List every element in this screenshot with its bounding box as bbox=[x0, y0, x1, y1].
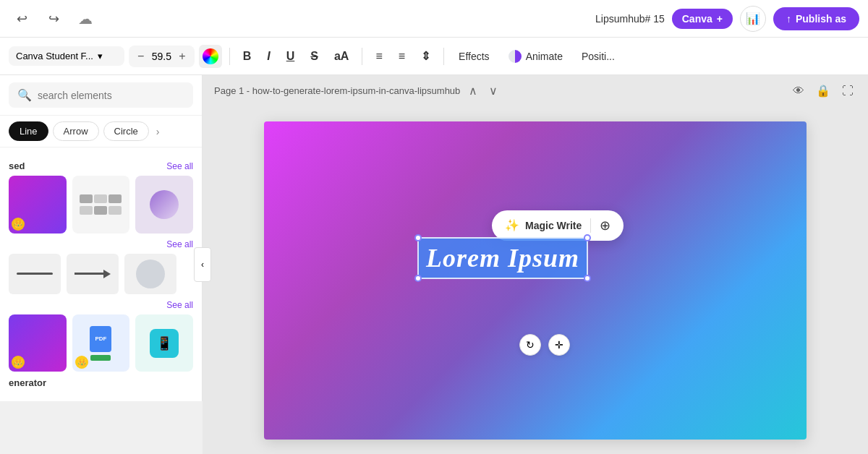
tab-line[interactable]: Line bbox=[9, 121, 48, 141]
eye-button[interactable]: 👁 bbox=[790, 82, 807, 100]
see-all-stickers[interactable]: See all bbox=[166, 300, 193, 310]
bottom-controls: ↻ ✛ bbox=[519, 334, 570, 356]
cloud-save-icon: ☁ bbox=[78, 10, 93, 27]
sticker-item-3[interactable]: 📱 bbox=[135, 314, 193, 372]
sidebar-content: sed See all 👑 bbox=[0, 147, 202, 401]
effects-label: Effects bbox=[459, 51, 490, 62]
text-selection-box[interactable]: Lorem Ipsum bbox=[417, 237, 588, 279]
device-icon: 📱 bbox=[150, 329, 179, 358]
chevron-down-icon: ∨ bbox=[489, 85, 498, 97]
expand-button[interactable]: ⛶ bbox=[839, 82, 856, 100]
bold-button[interactable]: B bbox=[237, 46, 258, 67]
animate-icon bbox=[509, 50, 522, 63]
undo-button[interactable]: ↩ bbox=[9, 6, 35, 32]
handle-top-right[interactable] bbox=[584, 234, 591, 241]
line-straight-item[interactable] bbox=[9, 254, 61, 294]
crown-badge-2: 👑 bbox=[12, 356, 25, 369]
sidebar-container: 🔍 Line Arrow Circle › sed See all bbox=[0, 75, 203, 454]
font-case-button[interactable]: aA bbox=[328, 46, 354, 67]
toolbar-separator-2 bbox=[362, 48, 362, 65]
circle-item[interactable] bbox=[124, 254, 176, 294]
redo-button[interactable]: ↪ bbox=[41, 6, 67, 32]
sticker-item-2[interactable]: PDF 👑 bbox=[72, 314, 130, 372]
section-header-lines: See all bbox=[9, 239, 193, 249]
underline-button[interactable]: U bbox=[281, 46, 301, 67]
search-input[interactable] bbox=[38, 90, 184, 101]
save-cloud-button[interactable]: ☁ bbox=[72, 6, 98, 32]
grid-item-1[interactable]: 👑 bbox=[9, 176, 67, 234]
chevron-up-icon: ∧ bbox=[469, 85, 477, 97]
position-button[interactable]: Positi... bbox=[574, 46, 622, 67]
user-name: Lipsumhub# 15 bbox=[595, 13, 665, 25]
color-wheel-icon bbox=[203, 48, 218, 64]
sidebar-collapse-button[interactable]: ‹ bbox=[194, 247, 211, 282]
font-size-decrease-button[interactable]: − bbox=[135, 48, 147, 64]
align-left-button[interactable]: ≡ bbox=[370, 46, 388, 67]
lines-row bbox=[9, 254, 193, 294]
magic-write-label: Magic Write bbox=[525, 220, 582, 231]
magic-write-icon: ✨ bbox=[505, 218, 519, 232]
popup-link-button[interactable]: ⊕ bbox=[600, 218, 610, 234]
expand-icon: ⛶ bbox=[842, 85, 854, 97]
tab-filters: Line Arrow Circle › bbox=[0, 116, 202, 147]
page-chevron-up-button[interactable]: ∧ bbox=[466, 81, 480, 100]
text-element[interactable]: Lorem Ipsum bbox=[417, 237, 588, 279]
lock-button[interactable]: 🔒 bbox=[813, 81, 833, 100]
magic-write-popup: ✨ Magic Write ⊕ bbox=[492, 210, 624, 241]
canvas-wrapper: ✨ Magic Write ⊕ bbox=[203, 106, 868, 454]
strikethrough-button[interactable]: S bbox=[305, 46, 324, 67]
effects-button[interactable]: Effects bbox=[451, 46, 497, 67]
handle-top-left[interactable] bbox=[414, 234, 422, 241]
crown-badge-1: 👑 bbox=[12, 218, 25, 231]
top-nav: ↩ ↪ ☁ Lipsumhub# 15 Canva + 📊 ↑ Publish … bbox=[0, 0, 868, 38]
toolbar-separator-1 bbox=[229, 48, 230, 65]
magic-write-button[interactable]: ✨ Magic Write bbox=[505, 218, 582, 232]
font-selector[interactable]: Canva Student F... ▾ bbox=[9, 46, 124, 66]
lock-icon: 🔒 bbox=[816, 85, 830, 97]
handle-bottom-right[interactable] bbox=[584, 275, 591, 282]
analytics-button[interactable]: 📊 bbox=[740, 6, 766, 32]
font-size-increase-button[interactable]: + bbox=[176, 48, 188, 64]
page-chevron-down-button[interactable]: ∨ bbox=[486, 81, 501, 100]
grid-item-2[interactable] bbox=[72, 176, 130, 234]
publish-button[interactable]: ↑ Publish as bbox=[773, 7, 859, 30]
tab-arrow[interactable]: Arrow bbox=[53, 121, 99, 141]
grid-item-3[interactable] bbox=[135, 176, 193, 234]
align-spacing-button[interactable]: ⇕ bbox=[415, 45, 436, 67]
font-size-control: − 59.5 + bbox=[129, 46, 195, 67]
eye-icon: 👁 bbox=[793, 85, 804, 97]
move-control[interactable]: ✛ bbox=[548, 334, 570, 356]
animate-button[interactable]: Animate bbox=[501, 46, 570, 67]
tab-circle[interactable]: Circle bbox=[103, 121, 149, 141]
italic-button[interactable]: I bbox=[261, 46, 276, 67]
page-label-right: 👁 🔒 ⛶ bbox=[790, 81, 856, 100]
sidebar: 🔍 Line Arrow Circle › sed See all bbox=[0, 75, 203, 401]
see-all-used[interactable]: See all bbox=[166, 161, 193, 171]
canvas[interactable]: ✨ Magic Write ⊕ bbox=[264, 121, 807, 440]
search-icon: 🔍 bbox=[17, 88, 32, 102]
canva-brand-button[interactable]: Canva + bbox=[672, 9, 733, 29]
rotate-icon: ↻ bbox=[526, 339, 535, 351]
sidebar-collapse-icon: ‹ bbox=[201, 260, 204, 270]
section-title-used: sed bbox=[9, 160, 25, 171]
tab-chevron-right[interactable]: › bbox=[153, 123, 163, 140]
line-arrow-item[interactable] bbox=[67, 254, 119, 294]
align-bullets-button[interactable]: ≡ bbox=[393, 46, 411, 67]
see-all-lines[interactable]: See all bbox=[166, 239, 193, 249]
section-header-used: sed See all bbox=[9, 160, 193, 171]
page-label-text: Page 1 - how-to-generate-lorem-ipsum-in-… bbox=[214, 85, 460, 96]
main-area: 🔍 Line Arrow Circle › sed See all bbox=[0, 75, 868, 454]
handle-bottom-left[interactable] bbox=[414, 275, 422, 282]
sticker-item-1[interactable]: 👑 bbox=[9, 314, 67, 372]
section-header-stickers: See all bbox=[9, 300, 193, 310]
undo-icon: ↩ bbox=[17, 11, 27, 27]
search-input-wrap[interactable]: 🔍 bbox=[9, 82, 193, 108]
arrow-shape bbox=[75, 270, 111, 278]
toolbar-separator-3 bbox=[443, 48, 444, 65]
animate-label: Animate bbox=[526, 51, 563, 62]
move-icon: ✛ bbox=[555, 339, 563, 351]
rotate-control[interactable]: ↻ bbox=[519, 334, 541, 356]
line-shape bbox=[17, 273, 53, 275]
text-color-button[interactable] bbox=[199, 45, 222, 68]
font-name-label: Canva Student F... bbox=[16, 51, 93, 61]
